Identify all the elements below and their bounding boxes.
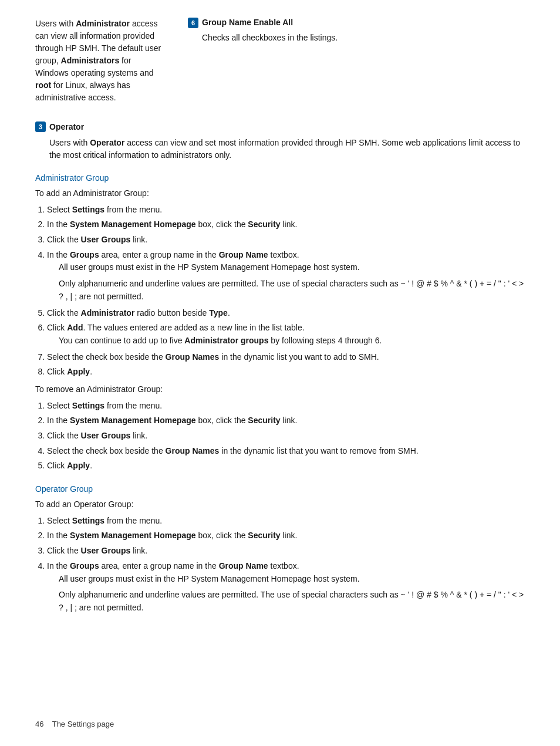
group-name-enable-all-heading: 6 Group Name Enable All [188, 18, 525, 28]
remove-admin-intro: To remove an Administrator Group: [35, 383, 525, 396]
intro-section: Users with Administrator access can view… [35, 18, 525, 107]
intro-left: Users with Administrator access can view… [35, 18, 164, 107]
operator-title: Operator [49, 122, 84, 131]
operator-group-title: Operator Group [35, 484, 525, 494]
add-admin-note2: Only alphanumeric and underline values a… [59, 278, 525, 303]
operator-description: Users with Operator access can view and … [49, 137, 525, 161]
remove-admin-step-3: Click the User Groups link. [47, 430, 525, 443]
admin-intro-text: Users with Administrator access can view… [35, 18, 164, 104]
add-admin-steps: Select Settings from the menu. In the Sy… [47, 204, 525, 379]
remove-admin-step-5: Click Apply. [47, 460, 525, 472]
add-operator-step-3: Click the User Groups link. [47, 545, 525, 558]
remove-admin-step-4: Select the check box beside the Group Na… [47, 445, 525, 458]
add-operator-step-2: In the System Management Homepage box, c… [47, 529, 525, 542]
add-admin-step-2: In the System Management Homepage box, c… [47, 218, 525, 231]
add-admin-step-8: Click Apply. [47, 366, 525, 379]
operator-label: 3 Operator [35, 121, 525, 132]
operator-group-section: Operator Group To add an Operator Group:… [35, 484, 525, 615]
intro-right: 6 Group Name Enable All Checks all check… [188, 18, 525, 107]
remove-admin-step-2: In the System Management Homepage box, c… [47, 414, 525, 427]
add-admin-step-7: Select the check box beside the Group Na… [47, 351, 525, 364]
add-operator-step-4: In the Groups area, enter a group name i… [47, 560, 525, 615]
group-name-enable-all-desc: Checks all checkboxes in the listings. [202, 32, 525, 44]
add-operator-step-1: Select Settings from the menu. [47, 515, 525, 528]
add-admin-intro: To add an Administrator Group: [35, 187, 525, 200]
add-admin-step-5: Click the Administrator radio button bes… [47, 307, 525, 320]
badge-6: 6 [188, 18, 198, 28]
add-admin-step-3: Click the User Groups link. [47, 234, 525, 247]
badge-3: 3 [35, 121, 46, 132]
remove-admin-step-1: Select Settings from the menu. [47, 400, 525, 413]
footer-label: The Settings page [52, 720, 114, 728]
page-content: Users with Administrator access can view… [35, 18, 525, 615]
administrator-group-section: Administrator Group To add an Administra… [35, 173, 525, 472]
add-admin-step-4: In the Groups area, enter a group name i… [47, 249, 525, 303]
add-operator-note2: Only alphanumeric and underline values a… [59, 589, 525, 614]
add-admin-step-1: Select Settings from the menu. [47, 204, 525, 217]
page-footer: 46 The Settings page [35, 720, 114, 728]
remove-admin-steps: Select Settings from the menu. In the Sy… [47, 400, 525, 472]
page-number: 46 [35, 720, 43, 728]
add-operator-note1: All user groups must exist in the HP Sys… [59, 573, 525, 586]
administrator-group-title: Administrator Group [35, 173, 525, 183]
add-operator-steps: Select Settings from the menu. In the Sy… [47, 515, 525, 615]
add-admin-step-6: Click Add. The values entered are added … [47, 322, 525, 347]
add-admin-note3: You can continue to add up to five Admin… [59, 335, 525, 347]
group-name-enable-all-label: Group Name Enable All [202, 18, 293, 27]
add-admin-note1: All user groups must exist in the HP Sys… [59, 261, 525, 274]
operator-section: 3 Operator Users with Operator access ca… [35, 121, 525, 161]
add-operator-intro: To add an Operator Group: [35, 498, 525, 511]
